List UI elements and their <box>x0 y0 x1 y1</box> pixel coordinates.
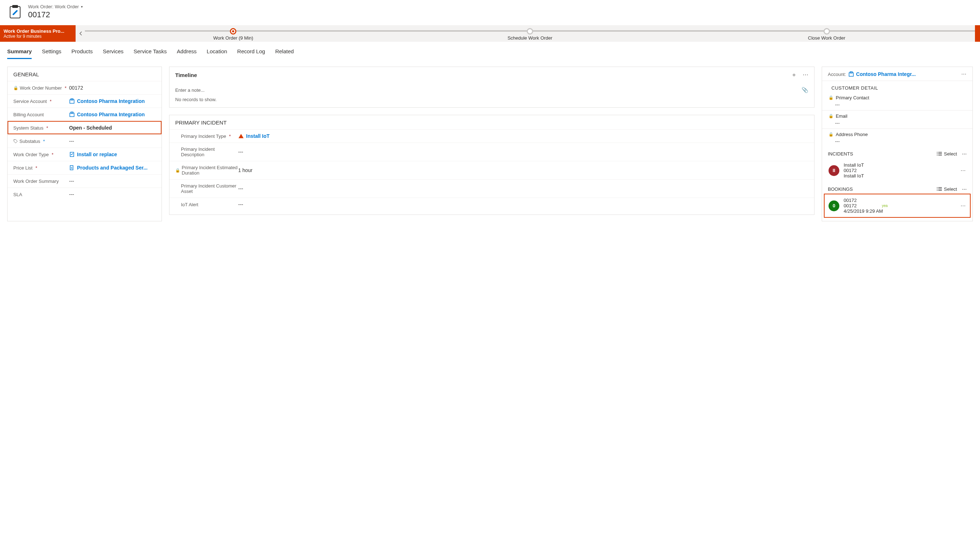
account-icon <box>848 71 854 77</box>
field-primary-incident-description[interactable]: Primary Incident Description --- <box>169 143 814 161</box>
bpf-stage-dot <box>527 28 533 35</box>
service-account-link[interactable]: Contoso Pharma Integration <box>77 98 145 104</box>
bookings-select-button[interactable]: Select <box>937 186 957 192</box>
record-header: Work Order: Work Order ▾ 00172 <box>0 0 980 25</box>
field-work-order-number[interactable]: 🔒Work Order Number* 00172 <box>8 81 162 94</box>
tab-services[interactable]: Services <box>103 46 124 59</box>
field-sla[interactable]: SLA --- <box>8 188 162 206</box>
field-primary-incident-duration[interactable]: 🔒Primary Incident Estimated Duration 1 h… <box>169 161 814 179</box>
lock-icon: 🔒 <box>829 96 834 100</box>
bpf-stage-dot <box>824 28 830 35</box>
bpf-stage-close[interactable]: Close Work Order <box>678 27 975 41</box>
tab-address[interactable]: Address <box>177 46 197 59</box>
general-section: GENERAL 🔒Work Order Number* 00172 Servic… <box>7 67 162 221</box>
bpf-process-name: Work Order Business Pro... <box>3 29 72 34</box>
reference-panel: Account: Contoso Pharma Integr... ⋯ CUST… <box>822 67 973 221</box>
pricelist-icon: $ <box>69 165 75 170</box>
tab-summary[interactable]: Summary <box>7 46 32 59</box>
primary-incident-section: PRIMARY INCIDENT Primary Incident Type* … <box>169 115 815 215</box>
incident-type-link[interactable]: Install IoT <box>246 133 269 139</box>
bpf-stage-schedule[interactable]: Schedule Work Order <box>382 27 679 41</box>
field-work-order-summary[interactable]: Work Order Summary --- <box>8 174 162 188</box>
more-icon[interactable]: ⋯ <box>803 71 808 79</box>
incident-list-item[interactable]: II Install IoT 00172 Install IoT ⋯ <box>825 159 970 181</box>
svg-rect-3 <box>71 99 73 100</box>
entity-label: Work Order: Work Order <box>28 4 79 10</box>
bookings-header: BOOKINGS Select ⋯ <box>822 181 972 195</box>
field-email[interactable]: 🔒Email --- <box>822 111 972 129</box>
bpf-stage-work-order[interactable]: Work Order (9 Min) <box>85 27 382 41</box>
field-address-phone[interactable]: 🔒Address Phone --- <box>822 130 972 146</box>
customer-detail-title: CUSTOMER DETAIL <box>822 81 972 93</box>
more-icon[interactable]: ⋯ <box>961 168 966 174</box>
bpf-process-info[interactable]: Work Order Business Pro... Active for 9 … <box>0 25 76 42</box>
field-system-status[interactable]: System Status* Open - Scheduled <box>8 121 162 134</box>
chevron-down-icon: ▾ <box>81 5 83 9</box>
timeline-title: Timeline <box>175 72 197 78</box>
tab-service-tasks[interactable]: Service Tasks <box>134 46 167 59</box>
entity-icon <box>7 3 23 19</box>
booking-list-item[interactable]: 0 00172 00172yea 4/25/2019 9:29 AM ⋯ <box>825 195 970 216</box>
bpf-stage-dot <box>230 28 236 35</box>
bpf-active-duration: Active for 9 minutes <box>3 34 72 39</box>
field-billing-account[interactable]: Billing Account Contoso Pharma Integrati… <box>8 108 162 121</box>
timeline-section: Timeline ＋ ⋯ Enter a note... 📎 No record… <box>169 67 815 108</box>
account-icon <box>69 98 75 104</box>
avatar: 0 <box>829 201 839 211</box>
tab-record-log[interactable]: Record Log <box>237 46 265 59</box>
account-icon <box>69 111 75 117</box>
svg-rect-10 <box>850 72 852 73</box>
account-label: Account: <box>828 72 846 77</box>
tab-related[interactable]: Related <box>275 46 294 59</box>
avatar: II <box>829 165 839 176</box>
field-primary-contact[interactable]: 🔒Primary Contact --- <box>822 93 972 110</box>
work-order-type-link[interactable]: Install or replace <box>77 151 117 157</box>
incidents-header: INCIDENTS Select ⋯ <box>822 146 972 159</box>
lock-icon: 🔒 <box>175 168 180 173</box>
tab-settings[interactable]: Settings <box>42 46 61 59</box>
attachment-icon[interactable]: 📎 <box>802 87 808 93</box>
bpf-stages: Work Order (9 Min) Schedule Work Order C… <box>85 25 975 42</box>
incidents-select-button[interactable]: Select <box>937 151 957 156</box>
account-link[interactable]: Contoso Pharma Integr... <box>856 71 916 77</box>
svg-rect-5 <box>71 112 73 113</box>
lock-icon: 🔒 <box>13 86 18 90</box>
field-price-list[interactable]: Price List* $ Products and Packaged Ser.… <box>8 161 162 174</box>
field-service-account[interactable]: Service Account* Contoso Pharma Integrat… <box>8 94 162 108</box>
warning-icon <box>238 133 244 139</box>
lock-icon: 🔒 <box>829 132 834 137</box>
timeline-empty-text: No records to show. <box>169 97 814 107</box>
more-icon[interactable]: ⋯ <box>962 186 967 192</box>
billing-account-link[interactable]: Contoso Pharma Integration <box>77 111 145 117</box>
section-title: GENERAL <box>8 67 162 81</box>
field-primary-incident-type[interactable]: Primary Incident Type* Install IoT <box>169 129 814 143</box>
tab-location[interactable]: Location <box>207 46 228 59</box>
field-work-order-type[interactable]: Work Order Type* Install or replace <box>8 148 162 161</box>
field-iot-alert[interactable]: IoT Alert --- <box>169 197 814 215</box>
section-title: PRIMARY INCIDENT <box>169 115 814 129</box>
field-primary-incident-asset[interactable]: Primary Incident Customer Asset --- <box>169 179 814 197</box>
record-name: 00172 <box>28 10 83 19</box>
add-icon[interactable]: ＋ <box>791 71 797 79</box>
business-process-flow: Work Order Business Pro... Active for 9 … <box>0 25 980 42</box>
entity-type-selector[interactable]: Work Order: Work Order ▾ <box>28 4 83 10</box>
price-list-link[interactable]: Products and Packaged Ser... <box>77 165 148 170</box>
field-substatus[interactable]: Substatus* --- <box>8 134 162 148</box>
more-icon[interactable]: ⋯ <box>961 71 967 77</box>
tab-products[interactable]: Products <box>72 46 93 59</box>
svg-text:$: $ <box>71 166 73 170</box>
bpf-right-edge <box>975 25 980 42</box>
more-icon[interactable]: ⋯ <box>962 151 967 156</box>
lock-icon: 🔒 <box>829 114 834 118</box>
timeline-note-input[interactable]: Enter a note... <box>175 88 205 93</box>
form-tabs: Summary Settings Products Services Servi… <box>0 42 980 59</box>
bpf-collapse-button[interactable] <box>76 25 85 42</box>
tag-icon <box>13 139 18 143</box>
more-icon[interactable]: ⋯ <box>961 203 966 209</box>
clipboard-icon <box>69 151 75 157</box>
